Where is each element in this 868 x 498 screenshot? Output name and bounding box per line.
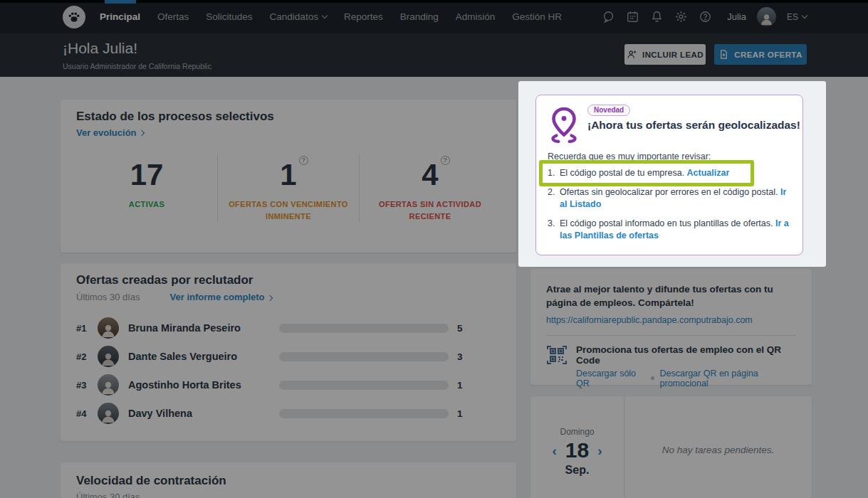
bar-value: 5 <box>457 323 463 334</box>
update-link[interactable]: Actualizar <box>687 168 730 178</box>
recruiter-row: #4 Davy Vilhena 1 <box>76 399 501 428</box>
language-selector[interactable]: ES <box>787 12 807 22</box>
rank-label: #2 <box>76 351 98 362</box>
share-jobs-card: Atrae al mejor talento y difunde tus ofe… <box>530 269 812 385</box>
tab-reportes[interactable]: Reportes <box>344 11 383 22</box>
recruiter-bar-list: #1 Bruna Miranda Peseiro 5 #2 Dante Sale… <box>76 314 501 428</box>
gear-icon[interactable] <box>674 10 688 23</box>
career-site-link[interactable]: https://californiarepublic.pandape.compu… <box>546 315 753 325</box>
user-avatar[interactable] <box>757 7 776 26</box>
recruiter-offers-title: Ofertas creadas por reclutador <box>76 273 501 287</box>
recruiter-name: Bruna Miranda Peseiro <box>128 322 279 334</box>
period-label: Últimos 30 días <box>76 492 501 498</box>
recruiter-row: #2 Dante Sales Vergueiro 3 <box>76 342 501 371</box>
recruiter-offers-card: Ofertas creadas por reclutador Últimos 3… <box>61 263 516 441</box>
bar-value: 1 <box>457 380 463 391</box>
onboarding-spotlight: Novedad ¡Ahora tus ofertas serán geoloca… <box>518 81 826 267</box>
recruiter-row: #3 Agostinho Horta Brites 1 <box>76 371 501 399</box>
tab-solicitudes[interactable]: Solicitudes <box>206 11 252 22</box>
user-role-subtitle: Usuario Administrador de California Repu… <box>63 62 211 70</box>
chevron-right-icon <box>266 295 272 301</box>
divider <box>546 335 796 336</box>
help-icon[interactable]: ? <box>441 156 450 165</box>
bar-value: 3 <box>457 351 463 362</box>
period-label: Últimos 30 días <box>76 292 140 302</box>
user-name[interactable]: Julia <box>727 11 746 22</box>
geolocation-news-card: Novedad ¡Ahora tus ofertas serán geoloca… <box>535 95 803 255</box>
share-text: Atrae al mejor talento y difunde tus ofe… <box>546 283 796 310</box>
no-tasks-message: No hay tareas pendientes. <box>662 445 775 455</box>
bar-track <box>279 409 449 418</box>
location-pin-icon <box>548 106 580 144</box>
tab-gestion-hr[interactable]: Gestión HR <box>512 11 562 22</box>
create-offer-button[interactable]: CREAR OFERTA <box>714 44 807 65</box>
recruiter-name: Dante Sales Vergueiro <box>128 351 279 362</box>
stat-inactive: 4? OFERTAS SIN ACTIVIDAD RECIENTE <box>359 154 501 222</box>
agenda-weekday: Domingo <box>560 427 594 437</box>
person-plus-icon <box>627 49 637 60</box>
next-day-chevron[interactable]: › <box>597 444 602 457</box>
see-evolution-link[interactable]: Ver evolución <box>76 127 144 138</box>
stat-expiring: 1? OFERTAS CON VENCIMIENTO INMINENTE <box>217 154 359 222</box>
download-qr-link[interactable]: Descargar sólo QR <box>576 369 645 388</box>
geolocation-title: ¡Ahora tus ofertas serán geolocalizadas! <box>587 119 800 132</box>
top-navbar: Principal Ofertas Solicitudes Candidatos… <box>0 0 868 33</box>
bar-track <box>279 324 449 333</box>
tab-principal[interactable]: Principal <box>100 11 140 22</box>
agenda-month: Sep. <box>565 464 590 477</box>
hiring-speed-title: Velocidad de contratación <box>76 474 501 488</box>
page-greeting: ¡Hola Julia! <box>63 40 137 57</box>
avatar <box>98 374 119 396</box>
stat-active: 17 ACTIVAS <box>76 154 217 222</box>
rank-label: #4 <box>76 408 98 419</box>
rank-label: #3 <box>76 380 98 391</box>
help-icon[interactable]: ? <box>299 156 308 165</box>
tab-branding[interactable]: Branding <box>400 11 439 22</box>
rank-label: #1 <box>76 323 98 334</box>
tab-admision[interactable]: Admisión <box>456 11 496 22</box>
calendar-icon[interactable] <box>626 10 639 23</box>
brand-logo[interactable] <box>63 6 85 28</box>
recruiter-name: Davy Vilhena <box>128 408 279 419</box>
avatar <box>98 346 119 367</box>
include-lead-button[interactable]: INCLUIR LEAD <box>624 44 706 65</box>
paw-icon <box>67 10 81 24</box>
tab-ofertas[interactable]: Ofertas <box>157 11 189 22</box>
qr-promo-title: Promociona tus ofertas de empleo con el … <box>576 344 796 366</box>
stat-label: ACTIVAS <box>79 198 214 211</box>
checklist: 1. El código postal de tu empresa. Actua… <box>548 167 794 249</box>
process-status-card: Estado de los procesos selectivos Ver ev… <box>61 100 516 253</box>
checklist-item-ungeolocated-offers: 2. Ofertas sin geolocalizar por errores … <box>548 186 794 211</box>
stat-value: 1 <box>280 158 296 191</box>
document-plus-icon <box>718 49 729 60</box>
stat-value: 17 <box>130 158 164 191</box>
agenda-date-panel: Domingo ‹ 18 › Sep. <box>530 396 624 498</box>
bar-value: 1 <box>457 408 463 419</box>
recruiter-row: #1 Bruna Miranda Peseiro 5 <box>76 314 501 342</box>
active-tab-indicator <box>105 0 136 4</box>
checklist-item-postal-code: 1. El código postal de tu empresa. Actua… <box>548 167 794 180</box>
main-menu: Principal Ofertas Solicitudes Candidatos… <box>100 11 562 22</box>
stat-label: OFERTAS SIN ACTIVIDAD RECIENTE <box>362 198 498 222</box>
chat-icon[interactable] <box>602 10 615 23</box>
stat-value: 4 <box>422 158 438 191</box>
agenda-card: Domingo ‹ 18 › Sep. No hay tareas pendie… <box>530 396 812 498</box>
bell-icon[interactable] <box>650 10 664 23</box>
chevron-down-icon <box>322 13 328 18</box>
agenda-tasks-panel: No hay tareas pendientes. <box>624 396 812 498</box>
bar-track <box>279 352 449 361</box>
checklist-item-templates: 3. El código postal informado en tus pla… <box>548 218 794 243</box>
navbar-actions: Julia ES <box>602 7 807 26</box>
help-icon[interactable] <box>699 10 712 23</box>
tab-candidatos[interactable]: Candidatos <box>270 11 327 22</box>
full-report-link[interactable]: Ver informe completo <box>170 292 272 302</box>
hiring-speed-card: Velocidad de contratación Últimos 30 día… <box>61 462 516 498</box>
chevron-down-icon <box>802 13 807 18</box>
process-stats-row: 17 ACTIVAS 1? OFERTAS CON VENCIMIENTO IN… <box>76 154 501 222</box>
avatar <box>98 317 119 339</box>
download-qr-page-link[interactable]: Descargar QR en página promocional <box>660 369 796 388</box>
novelty-badge: Novedad <box>587 105 630 116</box>
dashboard-screen: Principal Ofertas Solicitudes Candidatos… <box>0 0 868 498</box>
chevron-right-icon <box>138 129 144 135</box>
prev-day-chevron[interactable]: ‹ <box>552 444 556 457</box>
